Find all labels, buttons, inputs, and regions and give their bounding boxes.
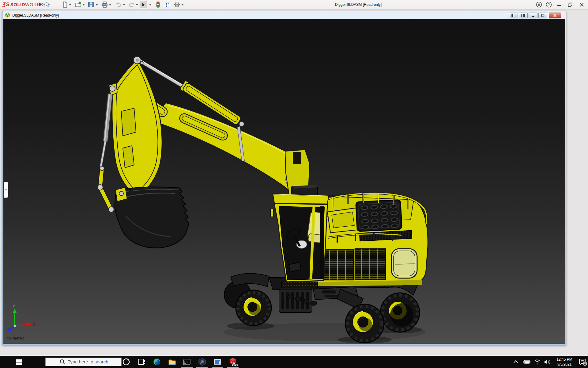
restore-button[interactable] [567, 1, 575, 8]
document-title: Digger.SLDASM [Read-only] [12, 13, 59, 17]
doc-minimize-button[interactable] [529, 13, 537, 18]
notification-count-badge: 3 [584, 362, 586, 366]
triad-y-label: Y [13, 304, 15, 309]
save-dropdown[interactable] [96, 4, 98, 6]
options-button[interactable] [173, 1, 181, 8]
battery-button[interactable] [522, 356, 532, 368]
notifications-icon: 3 [577, 356, 588, 368]
clock-date: 3/5/2021 [552, 362, 576, 367]
edge-button[interactable] [150, 356, 164, 368]
open-dropdown[interactable] [82, 4, 85, 6]
options-dropdown[interactable] [181, 4, 184, 6]
doc-restore-icon [539, 13, 547, 18]
help-button[interactable]: ? [545, 1, 553, 8]
command-prompt-button[interactable]: C:\ [180, 356, 194, 368]
start-button[interactable] [12, 356, 26, 368]
undo-button[interactable] [115, 1, 122, 8]
svg-text:S: S [231, 361, 232, 363]
doc-minimize-icon [529, 13, 537, 18]
new-document-icon [61, 1, 69, 8]
solidworks-logo-glyph: ƷS [2, 2, 9, 7]
search-placeholder: Type here to search [68, 359, 108, 364]
window-app-icon [211, 356, 224, 368]
save-button[interactable] [87, 1, 95, 8]
rebuild-button[interactable] [154, 1, 162, 8]
undo-dropdown[interactable] [123, 4, 125, 6]
select-cursor-icon [140, 1, 147, 8]
edge-icon [150, 356, 164, 368]
wheel-front-center[interactable] [345, 304, 384, 343]
operator-cab[interactable] [270, 185, 329, 282]
file-properties-icon [164, 1, 171, 8]
select-button[interactable] [140, 1, 147, 8]
doc-close-button[interactable] [549, 13, 561, 18]
task-view-button[interactable] [135, 356, 149, 368]
redo-dropdown[interactable] [136, 4, 138, 6]
file-explorer-button[interactable] [165, 356, 179, 368]
window-app-button[interactable] [211, 356, 224, 368]
windows-taskbar: Type here to search [0, 356, 588, 368]
home-button[interactable] [43, 1, 50, 8]
battery-icon [522, 356, 532, 368]
pane-left-toggle-button[interactable] [509, 13, 518, 18]
new-document-button[interactable] [61, 1, 69, 8]
view-orientation-label: *Dimetric [7, 336, 24, 340]
cortana-button[interactable] [119, 356, 133, 368]
print-button[interactable] [101, 1, 108, 8]
wheel-rear-right[interactable] [380, 293, 420, 332]
excavator-bucket[interactable] [115, 187, 189, 248]
graphics-viewport[interactable]: Y X *Dimetric [3, 19, 565, 344]
close-button[interactable] [578, 1, 586, 8]
solidworks-logo: ƷSSOLIDWORKS [2, 2, 43, 8]
windows-start-icon [12, 356, 26, 368]
taskbar-search[interactable]: Type here to search [45, 358, 122, 366]
home-icon [43, 1, 50, 8]
svg-text:C:\: C:\ [184, 361, 188, 363]
solidworks-app: ƷSSOLIDWORKS [0, 0, 588, 368]
taskbar-clock[interactable]: 12:45 PM 3/5/2021 [552, 357, 576, 367]
new-document-dropdown[interactable] [69, 4, 71, 6]
app-title: Digger.SLDASM [Read-only] [184, 2, 533, 7]
redo-icon [128, 1, 136, 8]
solidworks-taskbar-button[interactable]: S W 2021 [226, 356, 239, 368]
solidworks-app-icon: S W 2021 [226, 356, 239, 368]
wifi-icon [532, 356, 542, 368]
print-icon [101, 1, 108, 8]
excavator-model[interactable]: Y X [3, 19, 565, 344]
print-dropdown[interactable] [109, 4, 111, 6]
wheel-front-left[interactable] [236, 290, 271, 326]
file-properties-button[interactable] [164, 1, 171, 8]
document-titlebar[interactable]: Digger.SLDASM [Read-only] [5, 13, 59, 19]
volume-button[interactable] [542, 356, 552, 368]
pane-right-toggle-icon [519, 13, 527, 18]
help-icon: ? [545, 1, 552, 8]
notifications-button[interactable]: 3 [577, 356, 588, 368]
svg-text:?: ? [548, 3, 550, 6]
redo-button[interactable] [128, 1, 136, 8]
pane-grip-dot [5, 189, 7, 190]
close-icon [578, 1, 586, 8]
cortana-icon [119, 356, 133, 368]
solidworks-year-label: 2021 [232, 363, 238, 366]
doc-restore-button[interactable] [538, 13, 547, 18]
open-button[interactable] [74, 1, 82, 8]
clock-time: 12:45 PM [552, 357, 576, 362]
rebuild-traffic-light-icon [154, 1, 162, 8]
select-dropdown[interactable] [149, 4, 152, 6]
minimize-button[interactable] [556, 1, 564, 8]
wifi-button[interactable] [532, 356, 542, 368]
task-view-icon [135, 356, 149, 368]
featuremanager-collapsed-tab[interactable] [4, 182, 8, 198]
tray-chevron-button[interactable] [511, 356, 521, 368]
pane-left-toggle-icon [509, 13, 518, 18]
file-explorer-icon [165, 356, 179, 368]
reference-triad: Y X [6, 304, 36, 332]
account-button[interactable] [535, 1, 543, 8]
menu-flyout-arrow[interactable] [39, 2, 41, 6]
undo-icon [115, 1, 122, 8]
pane-right-toggle-button[interactable] [519, 13, 528, 18]
document-window: Digger.SLDASM [Read-only] [2, 11, 566, 345]
hexagon-app-icon [195, 356, 209, 368]
hexagon-app-button[interactable] [195, 356, 209, 368]
search-icon [60, 359, 65, 365]
